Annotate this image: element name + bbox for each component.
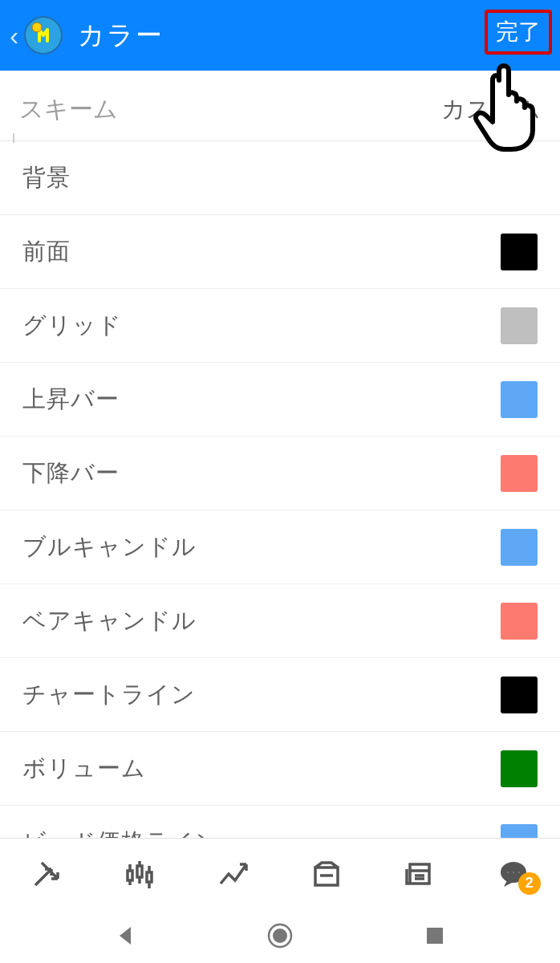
color-swatch[interactable] — [501, 529, 538, 566]
hand-pointer-icon — [465, 58, 554, 157]
color-row-label: ビッド価格ライン — [22, 827, 220, 839]
color-swatch[interactable] — [501, 603, 538, 640]
color-swatch[interactable] — [501, 824, 538, 839]
tab-bar: 2 — [0, 838, 560, 908]
done-button[interactable]: 完了 — [485, 10, 552, 55]
color-row-label: ベアキャンドル — [22, 605, 197, 637]
tab-messages[interactable]: 2 — [489, 850, 538, 898]
messages-badge: 2 — [518, 872, 541, 895]
color-row[interactable]: 前面 — [0, 215, 560, 289]
color-row[interactable]: 上昇バー — [0, 363, 560, 437]
color-row-label: ブルキャンドル — [22, 531, 197, 563]
color-row-label: 背景 — [22, 162, 71, 194]
svg-point-5 — [511, 870, 515, 874]
svg-point-2 — [32, 22, 42, 32]
color-row-label: 前面 — [22, 236, 71, 268]
color-row-label: チャートライン — [22, 679, 196, 711]
svg-point-6 — [517, 870, 521, 874]
color-swatch[interactable] — [501, 750, 538, 787]
color-row[interactable]: チャートライン — [0, 658, 560, 732]
color-swatch[interactable] — [501, 677, 538, 713]
scheme-label: スキーム — [19, 93, 118, 126]
app-icon — [23, 15, 63, 55]
color-row[interactable]: ビッド価格ライン — [0, 806, 560, 838]
color-row-label: 下降バー — [22, 457, 120, 490]
color-row[interactable]: ボリューム — [0, 732, 560, 806]
nav-back-icon[interactable] — [109, 920, 141, 952]
tab-trade[interactable] — [209, 850, 258, 898]
svg-point-8 — [273, 928, 287, 943]
color-row-label: 上昇バー — [22, 384, 120, 416]
tab-quotes[interactable] — [22, 850, 71, 898]
tab-history[interactable] — [302, 850, 351, 898]
divider-tick — [13, 133, 14, 143]
tab-charts[interactable] — [116, 850, 164, 898]
color-rows: 背景前面グリッド上昇バー下降バーブルキャンドルベアキャンドルチャートラインボリュ… — [0, 141, 560, 838]
nav-home-icon[interactable] — [264, 920, 296, 952]
svg-point-4 — [505, 870, 509, 874]
color-row[interactable]: ブルキャンドル — [0, 510, 560, 584]
system-nav-bar — [0, 908, 560, 963]
header-title: カラー — [78, 18, 164, 54]
nav-recent-icon[interactable] — [419, 920, 451, 952]
svg-rect-9 — [427, 928, 443, 944]
color-row-label: ボリューム — [22, 753, 146, 785]
color-row-label: グリッド — [22, 310, 122, 342]
color-row[interactable]: グリッド — [0, 289, 560, 363]
color-swatch[interactable] — [501, 307, 538, 344]
color-row[interactable]: ベアキャンドル — [0, 584, 560, 658]
color-swatch[interactable] — [501, 381, 538, 418]
tab-news[interactable] — [396, 850, 444, 898]
color-swatch[interactable] — [501, 455, 538, 492]
color-swatch[interactable] — [501, 234, 538, 270]
color-row[interactable]: 下降バー — [0, 437, 560, 510]
back-chevron-icon[interactable]: ‹ — [10, 20, 18, 51]
